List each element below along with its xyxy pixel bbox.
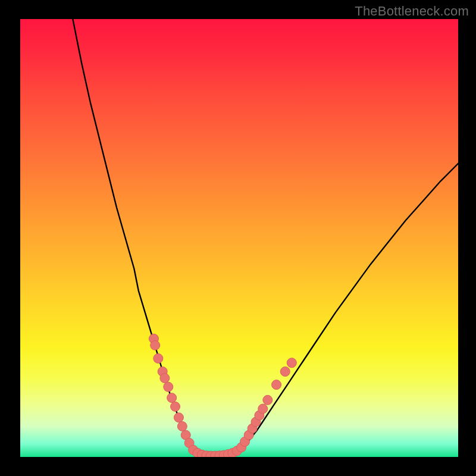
data-point	[171, 402, 180, 411]
data-point	[263, 395, 273, 405]
data-point	[287, 358, 296, 368]
data-point	[258, 404, 268, 414]
watermark-text: TheBottleneck.com	[355, 4, 469, 19]
data-point	[167, 393, 177, 403]
data-point	[160, 374, 170, 383]
chart-frame: TheBottleneck.com	[0, 0, 476, 476]
data-point	[280, 367, 290, 376]
data-point	[164, 382, 173, 392]
data-point	[151, 340, 160, 350]
data-point	[174, 413, 183, 422]
bottleneck-curve	[73, 19, 458, 456]
chart-svg	[20, 19, 458, 457]
data-point	[177, 421, 187, 431]
data-point	[154, 353, 163, 363]
data-point	[272, 380, 281, 390]
chart-plot-area	[20, 19, 458, 457]
